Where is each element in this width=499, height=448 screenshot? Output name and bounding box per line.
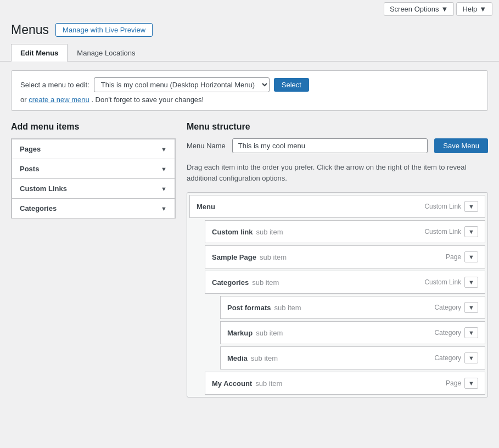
help-label: Help [462,5,477,13]
tabs-bar: Edit Menus Manage Locations [0,44,499,61]
accordion-categories-header[interactable]: Categories ▼ [12,199,175,218]
menu-item-markup-right: Category ▼ [434,327,478,338]
accordion-pages-label: Pages [20,145,41,153]
menu-item-custom-link-type: Custom Link [424,228,461,236]
menu-item-post-formats-left: Post formats sub item [227,304,301,312]
menu-item-media-type: Category [434,354,461,362]
add-menu-items-title: Add menu items [11,122,176,132]
menu-item-sample-page-name: Sample Page [212,253,256,261]
menu-item-categories-left: Categories sub item [212,278,279,287]
menu-item-menu-expand-button[interactable]: ▼ [464,201,478,212]
menu-item-post-formats-subtype: sub item [274,304,301,312]
menu-item-markup-expand-button[interactable]: ▼ [464,327,478,338]
menu-item-custom-link-right: Custom Link ▼ [424,226,478,237]
select-menu-row: Select a menu to edit: This is my cool m… [20,77,479,92]
menu-item-my-account[interactable]: My Account sub item Page ▼ [205,372,485,395]
menu-name-input[interactable] [232,138,428,153]
menu-item-post-formats[interactable]: Post formats sub item Category ▼ [220,296,485,319]
screen-options-button[interactable]: Screen Options ▼ [384,2,454,16]
main-content: Select a menu to edit: This is my cool m… [0,61,499,406]
accordion-pages: Pages ▼ [12,139,175,159]
menu-item-markup-left: Markup sub item [227,329,283,337]
menu-item-post-formats-expand-button[interactable]: ▼ [464,302,478,313]
create-new-link-row: or create a new menu . Don't forget to s… [20,96,479,104]
select-menu-label: Select a menu to edit: [20,81,89,89]
two-column-layout: Add menu items Pages ▼ Posts ▼ Cu [11,122,488,397]
menu-item-sample-page[interactable]: Sample Page sub item Page ▼ [205,245,485,268]
menu-item-categories-type: Custom Link [424,278,461,286]
menu-structure-title: Menu structure [187,122,488,132]
screen-options-label: Screen Options [390,5,439,13]
help-button[interactable]: Help ▼ [456,2,492,16]
accordion-pages-header[interactable]: Pages ▼ [12,139,175,159]
menu-item-sample-page-left: Sample Page sub item [212,253,287,261]
page-title: Menus [11,23,49,37]
menu-item-media-subtype: sub item [251,354,278,362]
menu-item-post-formats-type: Category [434,304,461,311]
menu-item-custom-link-expand-button[interactable]: ▼ [464,226,478,237]
top-bar: Screen Options ▼ Help ▼ [0,0,499,18]
menu-item-media-name: Media [227,354,248,362]
menu-item-categories-subtype: sub item [252,278,279,287]
menu-item-custom-link-name: Custom link [212,228,253,236]
posts-chevron-icon: ▼ [161,166,167,172]
create-new-suffix: . Don't forget to save your changes! [91,96,204,104]
help-chevron-icon: ▼ [479,5,486,13]
tab-edit-menus[interactable]: Edit Menus [11,44,68,61]
menu-item-menu-left: Menu [197,203,218,211]
categories-chevron-icon: ▼ [161,205,167,212]
accordion-posts-label: Posts [20,165,39,173]
tab-manage-locations[interactable]: Manage Locations [68,44,144,61]
menu-item-markup[interactable]: Markup sub item Category ▼ [220,321,485,344]
screen-options-chevron-icon: ▼ [441,5,448,13]
accordion-categories-label: Categories [20,204,57,212]
menu-item-my-account-expand-button[interactable]: ▼ [464,378,478,389]
menu-item-categories-expand-button[interactable]: ▼ [464,277,478,288]
menu-item-markup-type: Category [434,329,461,337]
accordion-posts-header[interactable]: Posts ▼ [12,159,175,178]
menu-item-sample-page-type: Page [446,253,461,261]
menu-item-media[interactable]: Media sub item Category ▼ [220,346,485,369]
menu-item-categories-right: Custom Link ▼ [424,277,478,288]
menu-structure-panel: Menu structure Menu Name Save Menu Drag … [187,122,488,397]
page-header: Menus Manage with Live Preview [0,18,499,37]
create-new-text: or [20,96,27,104]
menu-item-my-account-right: Page ▼ [446,378,478,389]
menu-item-menu[interactable]: Menu Custom Link ▼ [189,195,485,218]
menu-items-container: Menu Custom Link ▼ Custom link sub item [187,192,488,397]
live-preview-button[interactable]: Manage with Live Preview [55,23,153,37]
accordion-custom-links-label: Custom Links [20,184,67,193]
menu-item-menu-type: Custom Link [424,203,461,210]
menu-item-markup-subtype: sub item [256,329,283,337]
accordion-custom-links: Custom Links ▼ [12,178,175,199]
accordion-wrapper: Pages ▼ Posts ▼ Custom Links ▼ [11,138,176,219]
select-menu-bar: Select a menu to edit: This is my cool m… [11,70,488,111]
menu-item-post-formats-right: Category ▼ [434,302,478,313]
accordion-custom-links-header[interactable]: Custom Links ▼ [12,179,175,198]
menu-item-markup-name: Markup [227,329,253,337]
save-menu-button[interactable]: Save Menu [434,138,488,153]
menu-item-custom-link-left: Custom link sub item [212,228,283,236]
menu-select-dropdown[interactable]: This is my cool menu (Desktop Horizontal… [94,77,270,92]
menu-item-menu-name: Menu [197,203,215,211]
menu-item-media-right: Category ▼ [434,352,478,363]
select-button[interactable]: Select [274,78,309,92]
accordion-categories: Categories ▼ [12,198,175,219]
menu-item-media-left: Media sub item [227,354,278,362]
drag-instruction: Drag each item into the order you prefer… [187,162,488,183]
menu-item-my-account-name: My Account [212,379,252,388]
menu-item-my-account-subtype: sub item [255,379,282,388]
menu-item-categories[interactable]: Categories sub item Custom Link ▼ [205,271,485,294]
create-new-menu-link[interactable]: create a new menu [29,96,89,104]
custom-links-chevron-icon: ▼ [161,186,167,192]
menu-item-custom-link-subtype: sub item [256,228,283,236]
menu-item-sample-page-right: Page ▼ [446,251,478,262]
menu-item-post-formats-name: Post formats [227,304,271,312]
pages-chevron-icon: ▼ [161,146,167,153]
menu-item-media-expand-button[interactable]: ▼ [464,352,478,363]
menu-item-custom-link[interactable]: Custom link sub item Custom Link ▼ [205,220,485,243]
add-menu-items-panel: Add menu items Pages ▼ Posts ▼ Cu [11,122,176,219]
menu-name-row: Menu Name Save Menu [187,138,488,153]
menu-item-sample-page-expand-button[interactable]: ▼ [464,251,478,262]
menu-item-menu-right: Custom Link ▼ [424,201,478,212]
